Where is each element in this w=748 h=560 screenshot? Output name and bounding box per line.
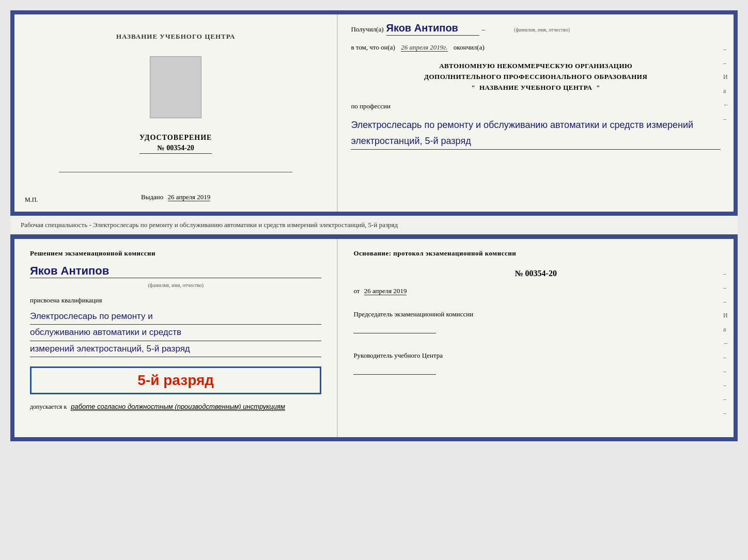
udostoverenie-number: № 00354-20 [139,144,212,154]
vtom-label: в том, что он(а) [351,43,395,51]
qual-line2: обслуживанию автоматики и средств [30,325,321,341]
right-char-arrow: ← [723,101,729,109]
udostoverenie-title: УДОСТОВЕРЕНИЕ [139,134,212,142]
dash-separator: – [482,25,486,34]
cert-bottom-left-panel: Решением экзаменационной комиссии Яков А… [14,239,338,437]
qual-line3: измерений электростанций, 5-й разряд [30,341,321,358]
top-cert-right-dashes: – – И а ← – [723,45,729,123]
razryad-badge: 5-й разряд [30,366,321,394]
org-quotes-close: " [596,84,600,91]
profession-handwritten-block: Электрослесарь по ремонту и обслуживанию… [351,116,721,149]
org-name-line: " НАЗВАНИЕ УЧЕБНОГО ЦЕНТРА " [351,83,721,93]
protocol-number: № 00354-20 [353,269,718,278]
rukovoditel-title: Руководитель учебного Центра [353,350,718,361]
bottom-name-handwritten: Яков Антипов [30,264,321,278]
po-professii-label: по профессии [351,102,721,110]
profession-text: Электрослесарь по ремонту и обслуживанию… [351,117,721,149]
vydano-label: Выдано [141,193,163,201]
right-char-a: а [723,87,729,95]
qualification-block: Электрослесарь по ремонту и обслуживанию… [30,309,321,358]
bottom-cert-right-dashes: – – – И а ← – – – – – [723,270,729,417]
bottom-right-i: И [723,312,729,319]
dopuskaetsya-italic: работе согласно должностным (производств… [71,403,285,411]
bottom-fio-subtitle: (фамилия, имя, отчество) [30,282,321,288]
osnovanie-block: Основание: протокол экзаменационной коми… [353,249,718,258]
mp-label: М.П. [25,196,38,204]
org-name: НАЗВАНИЕ УЧЕБНОГО ЦЕНТРА [479,84,593,91]
cert-top-left-header: НАЗВАНИЕ УЧЕБНОГО ЦЕНТРА [116,33,236,41]
cert-top-right-panel: Получил(а) Яков Антипов – (фамилия, имя,… [338,14,734,212]
qual-line1: Электрослесарь по ремонту и [30,309,321,325]
vydano-date: 26 апреля 2019 [168,193,211,201]
protocol-date: от 26 апреля 2019 [353,287,718,295]
org-line1: АВТОНОМНУЮ НЕКОММЕРЧЕСКУЮ ОРГАНИЗАЦИЮ [351,61,721,72]
dopuskaetsya-block: допускается к работе согласно должностны… [30,403,321,411]
predsedatel-title: Председатель экзаменационной комиссии [353,309,718,319]
org-block: АВТОНОМНУЮ НЕКОММЕРЧЕСКУЮ ОРГАНИЗАЦИЮ ДО… [351,61,721,93]
main-container: НАЗВАНИЕ УЧЕБНОГО ЦЕНТРА УДОСТОВЕРЕНИЕ №… [10,10,738,441]
fio-subtitle-top: (фамилия, имя, отчество) [490,27,594,33]
poluchil-label: Получил(а) [351,25,383,34]
razryad-text: 5-й разряд [137,372,214,388]
protocol-date-value: 26 апреля 2019 [364,287,407,295]
bottom-right-a: а [723,326,729,333]
cert-bottom: Решением экзаменационной комиссии Яков А… [10,235,738,441]
photo-placeholder [150,56,201,118]
right-char-i: И [723,73,729,81]
cert-top-left-panel: НАЗВАНИЕ УЧЕБНОГО ЦЕНТРА УДОСТОВЕРЕНИЕ №… [14,14,338,212]
recipient-name-handwritten: Яков Антипов [386,22,479,36]
org-quotes-open: " [471,84,475,91]
org-line2: ДОПОЛНИТЕЛЬНОГО ПРОФЕССИОНАЛЬНОГО ОБРАЗО… [351,72,721,83]
separator-text: Рабочая специальность - Электрослесарь п… [10,216,738,235]
okonchil-label: окончил(а) [454,43,485,51]
poluchil-line: Получил(а) Яков Антипов – (фамилия, имя,… [351,22,721,36]
vtom-line: в том, что он(а) 26 апреля 2019г. окончи… [351,43,721,52]
rukovoditel-signature-line [353,364,436,375]
cert-top: НАЗВАНИЕ УЧЕБНОГО ЦЕНТРА УДОСТОВЕРЕНИЕ №… [10,10,738,216]
rukovoditel-block: Руководитель учебного Центра [353,350,718,378]
prisvoena-kval: присвоена квалификация [30,296,321,305]
bottom-right-arrow: ← [723,340,729,347]
cert-bottom-right-panel: Основание: протокол экзаменационной коми… [338,239,734,437]
resheniem-label: Решением экзаменационной комиссии [30,249,155,257]
udostoverenie-block: УДОСТОВЕРЕНИЕ № 00354-20 [139,134,212,154]
dopuskaetsya-label: допускается к [30,403,67,410]
predsedatel-block: Председатель экзаменационной комиссии [353,309,718,337]
resheniem-block: Решением экзаменационной комиссии [30,249,321,258]
ot-label: от [353,287,360,295]
vtom-date: 26 апреля 2019г. [401,43,447,52]
vydano-block: Выдано 26 апреля 2019 [141,193,210,201]
predsedatel-signature-line [353,323,436,333]
